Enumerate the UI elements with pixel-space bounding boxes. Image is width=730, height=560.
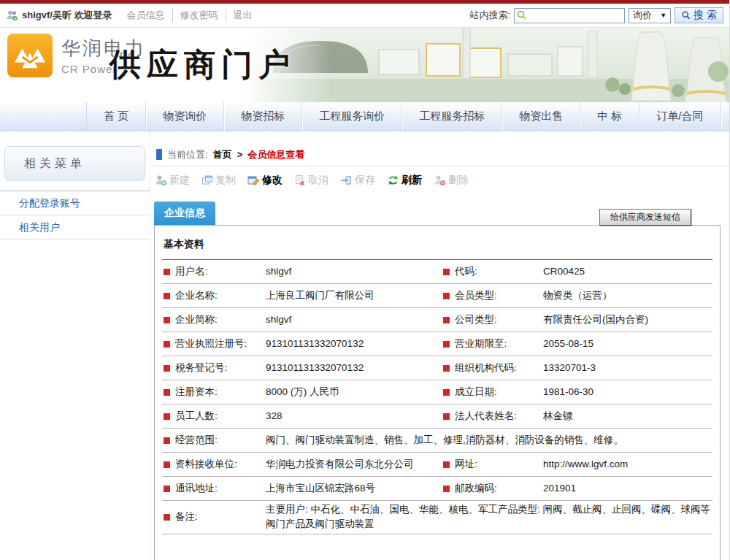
search-category-value: 询价	[633, 9, 652, 22]
nav-service-bidding[interactable]: 工程服务招标	[402, 102, 502, 131]
field-value: 2055-08-15	[543, 337, 711, 351]
field-value: 物资类（运营）	[543, 288, 711, 303]
user-welcome-text: shlgvf/吴昕 欢迎登录	[22, 9, 112, 22]
delete-button-label: 删除	[448, 174, 469, 187]
info-row: 资料接收单位:华润电力投资有限公司东北分公司网址:http://www.lgvf…	[162, 453, 712, 477]
field-label: 资料接收单位:	[164, 458, 266, 471]
field-value: shlgvf	[266, 312, 443, 327]
field-label: 企业名称:	[164, 289, 266, 302]
sidebar: 相关菜单 分配登录账号 相关用户	[0, 131, 150, 560]
breadcrumb-marker-icon	[156, 149, 162, 160]
search-button[interactable]: 搜 索	[675, 7, 723, 23]
save-button[interactable]: 保存	[340, 174, 375, 187]
tab-company-info[interactable]: 企业信息	[154, 202, 215, 225]
red-bullet-icon	[443, 317, 450, 323]
red-bullet-icon	[164, 413, 170, 420]
info-row: 通讯地址:上海市宝山区锦宏路68号邮政编码:201901	[162, 477, 712, 501]
field-value: 328	[266, 409, 443, 423]
nav-material-inquiry[interactable]: 物资询价	[146, 102, 224, 131]
delete-button[interactable]: 删除	[434, 174, 469, 187]
field-value: 913101131332070132	[266, 361, 443, 375]
info-row: 备注:主要用户: 中石化、中石油、国电、华能、核电、军工产品类型: 闸阀、截止阀…	[162, 501, 712, 534]
sidebar-menu: 分配登录账号 相关用户	[0, 191, 150, 239]
nav-home[interactable]: 首 页	[86, 102, 146, 131]
search-category-select[interactable]: 询价 ▼	[629, 8, 671, 23]
red-bullet-icon	[164, 486, 170, 492]
field-value: 上海市宝山区锦宏路68号	[266, 481, 443, 496]
refresh-button[interactable]: 刷新	[387, 174, 422, 187]
tab-row: 企业信息 给供应商发送短信	[150, 200, 729, 225]
nav-orders-contracts[interactable]: 订单/合同	[639, 102, 721, 131]
sidebar-title: 相关菜单	[4, 146, 145, 180]
field-label-text: 资料接收单位:	[175, 458, 237, 471]
field-label: 邮政编码:	[443, 482, 543, 495]
search-input[interactable]	[514, 8, 625, 23]
field-label-text: 企业简称:	[175, 313, 218, 326]
record-toolbar: 新建 复制 修改	[150, 166, 729, 194]
red-bullet-icon	[443, 486, 450, 492]
member-info-link[interactable]: 会员信息	[120, 9, 172, 22]
field-value: 8000 (万) 人民币	[266, 385, 443, 399]
edit-icon	[247, 174, 260, 186]
nav-awarded[interactable]: 中 标	[580, 102, 639, 131]
refresh-button-label: 刷新	[402, 174, 422, 187]
sidebar-item-related-users[interactable]: 相关用户	[0, 215, 150, 239]
field-label: 网址:	[443, 458, 543, 471]
supplier-portal-page: shlgvf/吴昕 欢迎登录 会员信息 修改密码 退出 站内搜索: 询价 ▼	[0, 0, 730, 560]
field-label: 公司类型:	[443, 313, 543, 326]
field-label: 用户名:	[164, 265, 266, 278]
field-label-text: 营业执照注册号:	[175, 337, 247, 350]
field-label-text: 注册资本:	[175, 386, 218, 399]
field-label: 营业执照注册号:	[164, 337, 266, 350]
change-password-link[interactable]: 修改密码	[172, 9, 226, 22]
field-label: 员工人数:	[164, 410, 266, 423]
field-label-text: 邮政编码:	[455, 482, 497, 495]
save-button-label: 保存	[355, 174, 375, 187]
red-bullet-icon	[164, 389, 170, 396]
send-sms-button[interactable]: 给供应商发送短信	[599, 209, 691, 226]
red-bullet-icon	[164, 341, 170, 348]
section-title: 基本资料	[162, 226, 712, 259]
field-label-text: 备注:	[175, 510, 198, 523]
field-label: 会员类型:	[443, 289, 543, 302]
nav-service-inquiry[interactable]: 工程服务询价	[302, 102, 402, 131]
new-button[interactable]: 新建	[155, 174, 190, 187]
red-bullet-icon	[164, 365, 170, 372]
sidebar-item-assign-accounts[interactable]: 分配登录账号	[0, 191, 150, 215]
breadcrumb-home-link[interactable]: 首页	[213, 148, 232, 161]
copy-button[interactable]: 复制	[201, 174, 236, 187]
field-label: 通讯地址:	[164, 482, 266, 495]
field-value: CR00425	[543, 264, 711, 279]
field-value: shlgvf	[266, 264, 443, 279]
search-input-magnifier-icon	[516, 9, 528, 21]
cancel-button[interactable]: 取消	[294, 174, 328, 187]
search-label: 站内搜索:	[469, 9, 510, 22]
field-label-text: 公司类型:	[455, 313, 497, 326]
copy-button-label: 复制	[215, 174, 236, 187]
save-icon	[340, 174, 353, 186]
header-banner: 华润电力 CR Power 供应商门户	[0, 28, 729, 102]
edit-button[interactable]: 修改	[247, 174, 283, 187]
search-button-label: 搜 索	[694, 9, 717, 22]
info-row: 用户名:shlgvf代码:CR00425	[162, 260, 712, 284]
field-label-text: 网址:	[455, 458, 477, 471]
main-nav: 首 页 物资询价 物资招标 工程服务询价 工程服务招标 物资出售 中 标 订单/…	[0, 102, 729, 131]
field-value: 913101131332070132	[266, 337, 443, 351]
field-label: 经营范围:	[164, 434, 266, 447]
utility-links: 会员信息 修改密码 退出	[120, 9, 260, 22]
main-panel: 当前位置: 首页>会员信息查看 新建	[150, 131, 729, 560]
field-value: 有限责任公司(国内合资)	[543, 312, 711, 327]
red-bullet-icon	[443, 413, 450, 420]
info-row: 注册资本:8000 (万) 人民币成立日期:1981-06-30	[162, 380, 712, 404]
field-label-text: 营业期限至:	[455, 337, 507, 350]
breadcrumb-current: 会员信息查看	[247, 148, 304, 161]
nav-material-bidding[interactable]: 物资招标	[224, 102, 302, 131]
field-value: 201901	[543, 481, 711, 496]
user-group-icon	[6, 9, 19, 21]
logout-link[interactable]: 退出	[226, 9, 260, 22]
red-bullet-icon	[443, 461, 450, 468]
chevron-down-icon: ▼	[660, 12, 666, 19]
nav-material-sale[interactable]: 物资出售	[502, 102, 580, 131]
red-bullet-icon	[164, 317, 170, 323]
red-bullet-icon	[164, 514, 170, 521]
